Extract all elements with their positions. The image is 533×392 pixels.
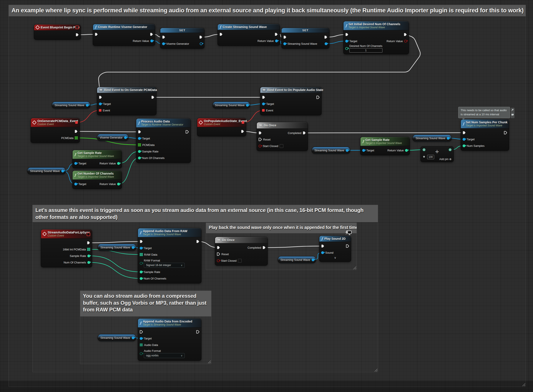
- blueprint-canvas[interactable]: An example where lip sync is performed w…: [0, 0, 533, 392]
- note-tail: [462, 118, 465, 120]
- note-icon-box: [511, 108, 514, 118]
- note-text: This needs to be called so that audio is…: [461, 108, 508, 117]
- note-bubble[interactable]: This needs to be called so that audio is…: [458, 107, 510, 118]
- speech-icon[interactable]: [511, 113, 514, 117]
- pin-icon[interactable]: [511, 108, 514, 112]
- notes-layer: This needs to be called so that audio is…: [0, 0, 533, 392]
